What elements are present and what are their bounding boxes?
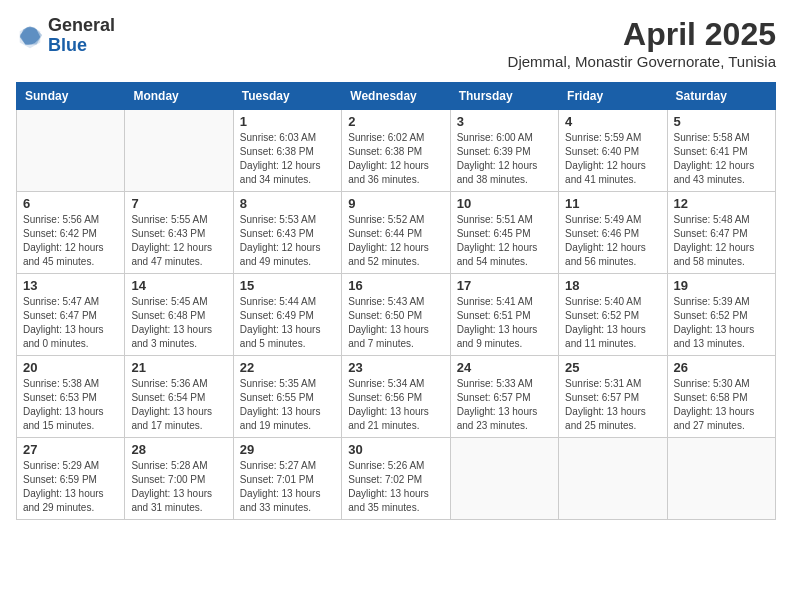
day-info: Sunrise: 5:56 AM Sunset: 6:42 PM Dayligh…: [23, 213, 118, 269]
page-header: General Blue April 2025 Djemmal, Monasti…: [16, 16, 776, 70]
calendar-cell: 7Sunrise: 5:55 AM Sunset: 6:43 PM Daylig…: [125, 192, 233, 274]
day-info: Sunrise: 5:29 AM Sunset: 6:59 PM Dayligh…: [23, 459, 118, 515]
logo-blue: Blue: [48, 35, 87, 55]
calendar-cell: 8Sunrise: 5:53 AM Sunset: 6:43 PM Daylig…: [233, 192, 341, 274]
calendar-body: 1Sunrise: 6:03 AM Sunset: 6:38 PM Daylig…: [17, 110, 776, 520]
weekday-header-sunday: Sunday: [17, 83, 125, 110]
day-info: Sunrise: 5:39 AM Sunset: 6:52 PM Dayligh…: [674, 295, 769, 351]
calendar-cell: 15Sunrise: 5:44 AM Sunset: 6:49 PM Dayli…: [233, 274, 341, 356]
calendar-cell: [667, 438, 775, 520]
day-number: 28: [131, 442, 226, 457]
day-info: Sunrise: 5:35 AM Sunset: 6:55 PM Dayligh…: [240, 377, 335, 433]
month-title: April 2025: [508, 16, 776, 53]
logo-text: General Blue: [48, 16, 115, 56]
calendar-week-1: 1Sunrise: 6:03 AM Sunset: 6:38 PM Daylig…: [17, 110, 776, 192]
day-info: Sunrise: 6:02 AM Sunset: 6:38 PM Dayligh…: [348, 131, 443, 187]
day-number: 15: [240, 278, 335, 293]
day-info: Sunrise: 5:53 AM Sunset: 6:43 PM Dayligh…: [240, 213, 335, 269]
day-info: Sunrise: 5:44 AM Sunset: 6:49 PM Dayligh…: [240, 295, 335, 351]
day-number: 4: [565, 114, 660, 129]
calendar-cell: 26Sunrise: 5:30 AM Sunset: 6:58 PM Dayli…: [667, 356, 775, 438]
calendar-week-5: 27Sunrise: 5:29 AM Sunset: 6:59 PM Dayli…: [17, 438, 776, 520]
day-number: 20: [23, 360, 118, 375]
calendar-cell: 23Sunrise: 5:34 AM Sunset: 6:56 PM Dayli…: [342, 356, 450, 438]
day-number: 7: [131, 196, 226, 211]
day-info: Sunrise: 5:49 AM Sunset: 6:46 PM Dayligh…: [565, 213, 660, 269]
day-info: Sunrise: 5:43 AM Sunset: 6:50 PM Dayligh…: [348, 295, 443, 351]
day-info: Sunrise: 5:58 AM Sunset: 6:41 PM Dayligh…: [674, 131, 769, 187]
day-info: Sunrise: 5:51 AM Sunset: 6:45 PM Dayligh…: [457, 213, 552, 269]
day-info: Sunrise: 5:27 AM Sunset: 7:01 PM Dayligh…: [240, 459, 335, 515]
calendar-week-4: 20Sunrise: 5:38 AM Sunset: 6:53 PM Dayli…: [17, 356, 776, 438]
calendar-cell: 12Sunrise: 5:48 AM Sunset: 6:47 PM Dayli…: [667, 192, 775, 274]
calendar-cell: 24Sunrise: 5:33 AM Sunset: 6:57 PM Dayli…: [450, 356, 558, 438]
day-info: Sunrise: 5:40 AM Sunset: 6:52 PM Dayligh…: [565, 295, 660, 351]
day-number: 3: [457, 114, 552, 129]
calendar-cell: 25Sunrise: 5:31 AM Sunset: 6:57 PM Dayli…: [559, 356, 667, 438]
day-number: 18: [565, 278, 660, 293]
calendar-cell: 22Sunrise: 5:35 AM Sunset: 6:55 PM Dayli…: [233, 356, 341, 438]
day-number: 22: [240, 360, 335, 375]
day-info: Sunrise: 5:28 AM Sunset: 7:00 PM Dayligh…: [131, 459, 226, 515]
day-info: Sunrise: 6:00 AM Sunset: 6:39 PM Dayligh…: [457, 131, 552, 187]
calendar-cell: 21Sunrise: 5:36 AM Sunset: 6:54 PM Dayli…: [125, 356, 233, 438]
day-number: 17: [457, 278, 552, 293]
day-info: Sunrise: 5:38 AM Sunset: 6:53 PM Dayligh…: [23, 377, 118, 433]
day-number: 21: [131, 360, 226, 375]
day-number: 10: [457, 196, 552, 211]
day-info: Sunrise: 5:31 AM Sunset: 6:57 PM Dayligh…: [565, 377, 660, 433]
logo-icon: [16, 22, 44, 50]
day-info: Sunrise: 5:34 AM Sunset: 6:56 PM Dayligh…: [348, 377, 443, 433]
calendar-table: SundayMondayTuesdayWednesdayThursdayFrid…: [16, 82, 776, 520]
day-number: 16: [348, 278, 443, 293]
location-subtitle: Djemmal, Monastir Governorate, Tunisia: [508, 53, 776, 70]
day-info: Sunrise: 5:47 AM Sunset: 6:47 PM Dayligh…: [23, 295, 118, 351]
day-number: 13: [23, 278, 118, 293]
day-number: 27: [23, 442, 118, 457]
day-number: 14: [131, 278, 226, 293]
calendar-header: SundayMondayTuesdayWednesdayThursdayFrid…: [17, 83, 776, 110]
day-info: Sunrise: 5:36 AM Sunset: 6:54 PM Dayligh…: [131, 377, 226, 433]
weekday-header-monday: Monday: [125, 83, 233, 110]
calendar-cell: 5Sunrise: 5:58 AM Sunset: 6:41 PM Daylig…: [667, 110, 775, 192]
weekday-header-friday: Friday: [559, 83, 667, 110]
calendar-cell: 3Sunrise: 6:00 AM Sunset: 6:39 PM Daylig…: [450, 110, 558, 192]
day-info: Sunrise: 6:03 AM Sunset: 6:38 PM Dayligh…: [240, 131, 335, 187]
weekday-header-thursday: Thursday: [450, 83, 558, 110]
calendar-cell: 11Sunrise: 5:49 AM Sunset: 6:46 PM Dayli…: [559, 192, 667, 274]
calendar-cell: [17, 110, 125, 192]
day-number: 30: [348, 442, 443, 457]
calendar-cell: 10Sunrise: 5:51 AM Sunset: 6:45 PM Dayli…: [450, 192, 558, 274]
day-info: Sunrise: 5:59 AM Sunset: 6:40 PM Dayligh…: [565, 131, 660, 187]
day-info: Sunrise: 5:55 AM Sunset: 6:43 PM Dayligh…: [131, 213, 226, 269]
day-info: Sunrise: 5:41 AM Sunset: 6:51 PM Dayligh…: [457, 295, 552, 351]
day-number: 8: [240, 196, 335, 211]
weekday-header-wednesday: Wednesday: [342, 83, 450, 110]
calendar-cell: 27Sunrise: 5:29 AM Sunset: 6:59 PM Dayli…: [17, 438, 125, 520]
calendar-cell: 17Sunrise: 5:41 AM Sunset: 6:51 PM Dayli…: [450, 274, 558, 356]
day-number: 11: [565, 196, 660, 211]
calendar-cell: 13Sunrise: 5:47 AM Sunset: 6:47 PM Dayli…: [17, 274, 125, 356]
calendar-cell: 19Sunrise: 5:39 AM Sunset: 6:52 PM Dayli…: [667, 274, 775, 356]
calendar-cell: [450, 438, 558, 520]
logo: General Blue: [16, 16, 115, 56]
calendar-week-3: 13Sunrise: 5:47 AM Sunset: 6:47 PM Dayli…: [17, 274, 776, 356]
day-number: 9: [348, 196, 443, 211]
calendar-cell: 29Sunrise: 5:27 AM Sunset: 7:01 PM Dayli…: [233, 438, 341, 520]
day-number: 12: [674, 196, 769, 211]
weekday-header-tuesday: Tuesday: [233, 83, 341, 110]
calendar-cell: 4Sunrise: 5:59 AM Sunset: 6:40 PM Daylig…: [559, 110, 667, 192]
calendar-cell: 28Sunrise: 5:28 AM Sunset: 7:00 PM Dayli…: [125, 438, 233, 520]
weekday-header-row: SundayMondayTuesdayWednesdayThursdayFrid…: [17, 83, 776, 110]
day-number: 5: [674, 114, 769, 129]
day-number: 24: [457, 360, 552, 375]
calendar-cell: 18Sunrise: 5:40 AM Sunset: 6:52 PM Dayli…: [559, 274, 667, 356]
calendar-cell: [125, 110, 233, 192]
calendar-cell: 14Sunrise: 5:45 AM Sunset: 6:48 PM Dayli…: [125, 274, 233, 356]
calendar-cell: 6Sunrise: 5:56 AM Sunset: 6:42 PM Daylig…: [17, 192, 125, 274]
day-number: 25: [565, 360, 660, 375]
day-info: Sunrise: 5:33 AM Sunset: 6:57 PM Dayligh…: [457, 377, 552, 433]
day-number: 26: [674, 360, 769, 375]
day-info: Sunrise: 5:26 AM Sunset: 7:02 PM Dayligh…: [348, 459, 443, 515]
day-number: 2: [348, 114, 443, 129]
